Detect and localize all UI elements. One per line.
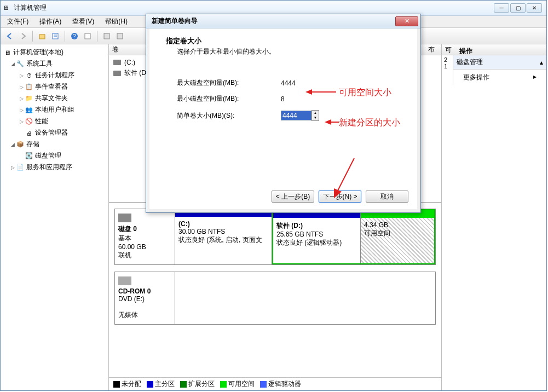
- tree-panel[interactable]: 计算机管理(本地) ◢ 系统工具 ▷ 任务计划程序 ▷ 事件查看器 ▷ 共享文件…: [1, 44, 109, 390]
- maximize-button[interactable]: ▢: [510, 3, 526, 13]
- min-space-row: 最小磁盘空间量(MB): 8: [177, 94, 406, 103]
- dialog-title-bar[interactable]: 新建简单卷向导 ✕: [146, 14, 420, 28]
- expander-icon[interactable]: ▷: [18, 84, 25, 90]
- spinner-down-icon[interactable]: ▼: [312, 116, 319, 120]
- dialog-subheading: 选择介于最大和最小值的卷大小。: [177, 47, 406, 56]
- up-button[interactable]: [36, 30, 48, 42]
- dialog-heading: 指定卷大小: [166, 36, 406, 46]
- legend-extended-swatch: [180, 381, 187, 388]
- disk-name: 磁盘 0: [118, 225, 137, 233]
- tree-local-users[interactable]: ▷ 本地用户和组: [1, 104, 108, 116]
- col-volume[interactable]: 卷: [112, 45, 141, 54]
- legend-free: 可用空间: [228, 380, 255, 388]
- part-status: 状态良好 (系统, 启动, 页面文: [178, 236, 262, 244]
- part-label: 软件 (D:): [276, 222, 303, 229]
- expander-icon[interactable]: ▷: [18, 96, 25, 101]
- disk-size: 60.00 GB: [118, 243, 146, 251]
- spinner-up-icon[interactable]: ▲: [312, 111, 319, 116]
- close-button[interactable]: ✕: [527, 3, 542, 13]
- tree-event-viewer[interactable]: ▷ 事件查看器: [1, 81, 108, 93]
- computer-icon: [3, 48, 11, 57]
- legend-extended: 扩展分区: [188, 380, 215, 388]
- volume-size-input[interactable]: [281, 111, 312, 120]
- partition-d[interactable]: 软件 (D:) 25.65 GB NTFS 状态良好 (逻辑驱动器): [273, 210, 361, 263]
- disk-icon: [113, 60, 121, 65]
- extended-partition: 软件 (D:) 25.65 GB NTFS 状态良好 (逻辑驱动器) 4.34 …: [272, 209, 435, 264]
- back-button[interactable]: [4, 30, 16, 42]
- part-size: 30.00 GB NTFS: [178, 228, 225, 235]
- cdrom-row[interactable]: CD-ROM 0 DVD (E:) 无媒体: [114, 272, 436, 325]
- dialog-title: 新建简单卷向导: [152, 16, 395, 26]
- partition-c[interactable]: (C:) 30.00 GB NTFS 状态良好 (系统, 启动, 页面文: [175, 209, 272, 264]
- service-icon: [16, 163, 25, 172]
- disk-0-label: 磁盘 0 基本 60.00 GB 联机: [115, 209, 175, 264]
- tree-task-scheduler[interactable]: ▷ 任务计划程序: [1, 70, 108, 81]
- expander-icon[interactable]: ▷: [18, 73, 25, 78]
- cancel-button[interactable]: 取消: [366, 191, 408, 203]
- col-available[interactable]: 可: [445, 45, 456, 54]
- app-icon: [3, 4, 11, 13]
- actions-sub[interactable]: 磁盘管理 ▴: [453, 55, 546, 70]
- legend-primary: 主分区: [155, 380, 175, 388]
- collapse-icon: ▴: [540, 59, 543, 66]
- window-title: 计算机管理: [14, 3, 494, 13]
- tree-disk-management[interactable]: 磁盘管理: [1, 150, 108, 162]
- device-icon: [25, 129, 33, 137]
- tree-storage[interactable]: ◢ 存储: [1, 139, 108, 150]
- tree-label: 设备管理器: [35, 128, 68, 137]
- disk-0-row[interactable]: 磁盘 0 基本 60.00 GB 联机 (C:) 30.00 GB NTFS 状…: [114, 209, 436, 265]
- volume-label: 软件 (D: [124, 68, 146, 78]
- tool-1[interactable]: [101, 30, 113, 42]
- tree-performance[interactable]: ▷ 性能: [1, 116, 108, 127]
- properties-button[interactable]: [49, 30, 61, 42]
- tree-services-apps[interactable]: ▷ 服务和应用程序: [1, 162, 108, 173]
- tree-label: 性能: [35, 117, 48, 126]
- part-size: 25.65 GB NTFS: [276, 230, 323, 238]
- tree-device-manager[interactable]: 设备管理器: [1, 127, 108, 139]
- refresh-button[interactable]: [82, 30, 94, 42]
- next-button[interactable]: 下一步(N) >: [319, 191, 361, 203]
- expander-icon[interactable]: ▷: [18, 107, 25, 113]
- menu-help[interactable]: 帮助(H): [103, 16, 130, 27]
- tree-system-tools[interactable]: ◢ 系统工具: [1, 58, 108, 70]
- forward-button[interactable]: [17, 30, 29, 42]
- expander-icon[interactable]: ▷: [18, 119, 25, 124]
- tree-root[interactable]: 计算机管理(本地): [1, 47, 108, 58]
- tree-label: 事件查看器: [35, 82, 68, 91]
- part-status: 可用空间: [364, 229, 390, 237]
- tree-shared-folders[interactable]: ▷ 共享文件夹: [1, 93, 108, 104]
- expander-icon[interactable]: ◢: [9, 61, 16, 67]
- tool-2[interactable]: [114, 30, 126, 42]
- partition-free[interactable]: 4.34 GB 可用空间: [361, 210, 434, 263]
- disk-graphic-area[interactable]: 磁盘 0 基本 60.00 GB 联机 (C:) 30.00 GB NTFS 状…: [109, 203, 441, 377]
- tree-label: 任务计划程序: [35, 71, 74, 80]
- expander-icon[interactable]: ◢: [9, 142, 16, 147]
- expander-icon[interactable]: ▷: [9, 165, 16, 170]
- vol-d-avail: 1: [444, 63, 451, 70]
- minimize-button[interactable]: ─: [494, 3, 509, 13]
- menu-file[interactable]: 文件(F): [5, 16, 31, 27]
- cdrom-type: DVD (E:): [118, 295, 145, 303]
- legend-logical-swatch: [260, 381, 267, 388]
- actions-header: 操作: [456, 45, 543, 56]
- part-status: 状态良好 (逻辑驱动器): [276, 239, 342, 246]
- storage-icon: [16, 140, 25, 149]
- actions-more[interactable]: 更多操作 ▸: [453, 70, 546, 85]
- tree-label: 存储: [26, 140, 39, 149]
- menu-view[interactable]: 查看(V): [70, 16, 96, 27]
- col-layout[interactable]: 布: [428, 45, 441, 54]
- size-spinner[interactable]: ▲▼: [312, 110, 319, 121]
- tree-root-label: 计算机管理(本地): [13, 48, 64, 57]
- cdrom-label: CD-ROM 0 DVD (E:) 无媒体: [115, 272, 175, 324]
- users-icon: [25, 106, 33, 114]
- expander-icon: [18, 153, 25, 159]
- vol-c-avail: 2: [444, 56, 451, 63]
- help-button[interactable]: ?: [68, 30, 80, 42]
- dialog-close-button[interactable]: ✕: [395, 16, 418, 26]
- legend-unalloc-swatch: [113, 381, 120, 388]
- back-button[interactable]: < 上一步(B): [272, 191, 314, 203]
- disk-status: 联机: [118, 251, 131, 259]
- part-label: (C:): [178, 220, 190, 228]
- cdrom-status: 无媒体: [118, 311, 138, 319]
- menu-action[interactable]: 操作(A): [37, 16, 64, 27]
